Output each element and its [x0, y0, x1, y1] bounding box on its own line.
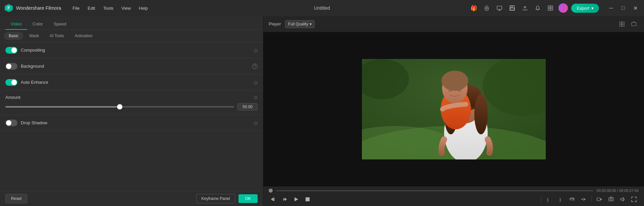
- auto-enhance-toggle[interactable]: [5, 79, 17, 86]
- video-preview: [263, 32, 644, 186]
- photo-background: [362, 59, 546, 159]
- menu-file[interactable]: File: [69, 4, 83, 12]
- quality-select[interactable]: Full Quality ▾: [285, 20, 315, 28]
- menu-view[interactable]: View: [118, 4, 134, 12]
- svg-rect-12: [551, 8, 553, 10]
- svg-marker-37: [271, 198, 273, 201]
- stop-button[interactable]: [303, 195, 312, 204]
- window-controls: ─ □ ✕: [606, 3, 640, 13]
- controls-divider-2: [591, 196, 592, 202]
- quality-value: Full Quality: [288, 22, 308, 26]
- svg-text:}: }: [559, 197, 561, 202]
- reset-button[interactable]: Reset: [5, 194, 27, 203]
- upload-icon[interactable]: [520, 3, 530, 13]
- amount-slider-fill: [5, 106, 120, 108]
- total-time: 00:00:27:54: [619, 189, 639, 193]
- step-back-button[interactable]: [269, 195, 278, 204]
- background-toggle[interactable]: [5, 63, 17, 70]
- svg-rect-13: [620, 22, 622, 24]
- svg-point-2: [486, 7, 487, 9]
- mark-in-button[interactable]: {: [544, 195, 554, 204]
- avatar[interactable]: [558, 3, 568, 13]
- keyframe-panel-button[interactable]: Keyframe Panel: [196, 194, 235, 203]
- app-logo: F Wondershare Filmora: [4, 3, 61, 13]
- playhead-dot[interactable]: [269, 189, 273, 193]
- close-button[interactable]: ✕: [631, 3, 640, 13]
- svg-rect-17: [632, 22, 636, 26]
- auto-enhance-toggle-thumb: [11, 80, 17, 85]
- app-logo-icon: F: [4, 3, 13, 13]
- svg-line-49: [583, 199, 585, 200]
- bell-icon[interactable]: [533, 3, 542, 13]
- right-panel: Player Full Quality ▾: [263, 16, 644, 206]
- compositing-toggle[interactable]: [5, 47, 17, 54]
- tab-color[interactable]: Color: [27, 19, 48, 30]
- controls-divider-1: [541, 196, 541, 202]
- svg-marker-40: [285, 198, 287, 201]
- grid-view-icon[interactable]: [617, 19, 627, 29]
- fullscreen-button[interactable]: [629, 195, 639, 204]
- forward-button[interactable]: [579, 195, 588, 204]
- trim-button[interactable]: [567, 195, 577, 204]
- background-help-icon[interactable]: ?: [252, 64, 258, 69]
- add-to-timeline-button[interactable]: [595, 195, 604, 204]
- compositing-label: Compositing: [21, 48, 254, 53]
- amount-slider-thumb[interactable]: [117, 104, 122, 110]
- menu-edit[interactable]: Edit: [84, 4, 98, 12]
- tab-speed[interactable]: Speed: [48, 19, 72, 30]
- export-button[interactable]: Export ▾: [571, 4, 599, 13]
- svg-rect-38: [273, 198, 274, 201]
- svg-rect-16: [622, 24, 624, 26]
- left-panel: Video Color Speed Basic Mask AI Tools An…: [0, 16, 263, 206]
- current-time: 00:00:00:00: [597, 189, 616, 193]
- amount-label: Amount: [5, 95, 254, 100]
- mark-out-button[interactable]: }: [556, 195, 565, 204]
- svg-text:F: F: [7, 6, 10, 10]
- volume-button[interactable]: [618, 195, 627, 204]
- svg-rect-10: [551, 6, 553, 8]
- amount-label-row: Amount ◇: [5, 94, 258, 100]
- grid-icon[interactable]: [546, 3, 555, 13]
- ok-button[interactable]: OK: [238, 194, 258, 203]
- amount-value[interactable]: 50.00: [237, 103, 258, 111]
- auto-enhance-section: Auto Enhance ◇: [0, 74, 263, 90]
- preview-image: [362, 59, 546, 159]
- compositing-keyframe-icon[interactable]: ◇: [254, 48, 258, 53]
- sub-tab-animation[interactable]: Animation: [70, 32, 97, 40]
- play-button[interactable]: [291, 195, 301, 204]
- play-slow-button[interactable]: [280, 195, 289, 204]
- save-icon[interactable]: [507, 3, 517, 13]
- main-tabs: Video Color Speed: [0, 16, 263, 30]
- svg-point-36: [458, 89, 462, 92]
- svg-marker-41: [294, 197, 298, 201]
- svg-rect-8: [510, 8, 514, 10]
- menu-help[interactable]: Help: [136, 4, 151, 12]
- minimize-button[interactable]: ─: [606, 3, 616, 13]
- sub-tab-basic[interactable]: Basic: [4, 32, 23, 40]
- background-toggle-thumb: [6, 64, 11, 69]
- save-to-device-icon[interactable]: [495, 3, 504, 13]
- menu-tools[interactable]: Tools: [100, 4, 117, 12]
- svg-point-53: [610, 198, 612, 200]
- amount-slider-track[interactable]: [5, 106, 234, 108]
- gift-icon[interactable]: 🎁: [469, 3, 479, 13]
- svg-marker-51: [600, 199, 602, 200]
- toolbar-right: 🎁: [469, 3, 640, 13]
- screenshot-icon[interactable]: [629, 19, 639, 29]
- svg-point-28: [474, 94, 488, 134]
- snapshot-button[interactable]: [606, 195, 616, 204]
- amount-keyframe-icon[interactable]: ◇: [254, 94, 258, 100]
- svg-rect-15: [620, 24, 622, 26]
- progress-track[interactable]: [276, 190, 593, 191]
- tab-video[interactable]: Video: [5, 19, 27, 30]
- drop-shadow-toggle[interactable]: [5, 120, 17, 126]
- auto-enhance-keyframe-icon[interactable]: ◇: [254, 80, 258, 85]
- rocket-icon[interactable]: [482, 3, 491, 13]
- svg-rect-11: [548, 8, 550, 10]
- sub-tab-ai-tools[interactable]: AI Tools: [45, 32, 68, 40]
- sub-tab-mask[interactable]: Mask: [24, 32, 44, 40]
- svg-rect-9: [548, 6, 550, 8]
- maximize-button[interactable]: □: [619, 3, 628, 13]
- amount-section: Amount ◇ 50.00: [0, 90, 263, 115]
- drop-shadow-keyframe-icon[interactable]: ◇: [254, 120, 258, 126]
